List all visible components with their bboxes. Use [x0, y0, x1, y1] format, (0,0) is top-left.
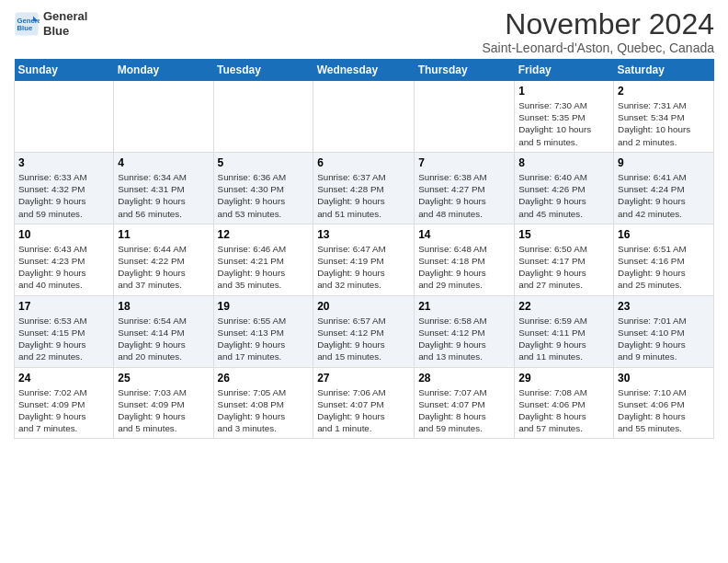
day-info: Sunrise: 6:50 AMSunset: 4:17 PMDaylight:… [518, 243, 609, 292]
day-info: Sunrise: 6:34 AMSunset: 4:31 PMDaylight:… [118, 171, 209, 220]
calendar-cell: 4Sunrise: 6:34 AMSunset: 4:31 PMDaylight… [114, 152, 213, 224]
calendar-week-row: 17Sunrise: 6:53 AMSunset: 4:15 PMDayligh… [15, 295, 714, 367]
subtitle: Saint-Leonard-d'Aston, Quebec, Canada [482, 40, 714, 55]
calendar-cell: 24Sunrise: 7:02 AMSunset: 4:09 PMDayligh… [15, 367, 114, 439]
calendar-week-row: 10Sunrise: 6:43 AMSunset: 4:23 PMDayligh… [15, 224, 714, 295]
day-number: 12 [218, 228, 310, 241]
day-number: 8 [518, 156, 609, 169]
day-info: Sunrise: 6:43 AMSunset: 4:23 PMDaylight:… [18, 243, 109, 292]
calendar-cell: 28Sunrise: 7:07 AMSunset: 4:07 PMDayligh… [415, 367, 515, 439]
day-number: 23 [618, 300, 710, 313]
day-info: Sunrise: 7:03 AMSunset: 4:09 PMDaylight:… [118, 386, 209, 435]
calendar-week-row: 3Sunrise: 6:33 AMSunset: 4:32 PMDaylight… [15, 152, 714, 224]
calendar-cell [415, 81, 515, 152]
svg-text:Blue: Blue [17, 24, 33, 32]
day-number: 14 [418, 228, 510, 241]
calendar-cell: 27Sunrise: 7:06 AMSunset: 4:07 PMDayligh… [313, 367, 415, 439]
day-info: Sunrise: 6:51 AMSunset: 4:16 PMDaylight:… [618, 243, 710, 292]
calendar-cell: 11Sunrise: 6:44 AMSunset: 4:22 PMDayligh… [114, 224, 213, 295]
calendar-cell: 10Sunrise: 6:43 AMSunset: 4:23 PMDayligh… [15, 224, 114, 295]
day-info: Sunrise: 7:02 AMSunset: 4:09 PMDaylight:… [18, 386, 109, 435]
day-info: Sunrise: 6:57 AMSunset: 4:12 PMDaylight:… [317, 315, 410, 363]
weekday-header: Monday [114, 59, 213, 81]
calendar-cell: 17Sunrise: 6:53 AMSunset: 4:15 PMDayligh… [15, 295, 114, 367]
calendar-cell: 5Sunrise: 6:36 AMSunset: 4:30 PMDaylight… [213, 152, 313, 224]
day-number: 27 [317, 372, 410, 385]
day-number: 21 [418, 300, 510, 313]
calendar-cell: 7Sunrise: 6:38 AMSunset: 4:27 PMDaylight… [415, 152, 515, 224]
day-info: Sunrise: 6:59 AMSunset: 4:11 PMDaylight:… [518, 315, 609, 363]
day-info: Sunrise: 6:40 AMSunset: 4:26 PMDaylight:… [518, 171, 609, 220]
calendar-header-row: SundayMondayTuesdayWednesdayThursdayFrid… [15, 59, 714, 81]
calendar-cell: 6Sunrise: 6:37 AMSunset: 4:28 PMDaylight… [313, 152, 415, 224]
logo: General Blue General Blue [14, 9, 87, 38]
day-number: 15 [518, 228, 609, 241]
weekday-header: Saturday [614, 59, 714, 81]
calendar-cell: 1Sunrise: 7:30 AMSunset: 5:35 PMDaylight… [515, 81, 614, 152]
calendar-cell [213, 81, 313, 152]
calendar-cell: 15Sunrise: 6:50 AMSunset: 4:17 PMDayligh… [515, 224, 614, 295]
day-info: Sunrise: 7:08 AMSunset: 4:06 PMDaylight:… [518, 386, 609, 435]
calendar-cell: 14Sunrise: 6:48 AMSunset: 4:18 PMDayligh… [415, 224, 515, 295]
day-info: Sunrise: 7:05 AMSunset: 4:08 PMDaylight:… [218, 386, 310, 435]
calendar-cell: 2Sunrise: 7:31 AMSunset: 5:34 PMDaylight… [614, 81, 714, 152]
day-number: 6 [317, 156, 410, 169]
month-title: November 2024 [482, 9, 714, 39]
day-info: Sunrise: 6:46 AMSunset: 4:21 PMDaylight:… [218, 243, 310, 292]
calendar-body: 1Sunrise: 7:30 AMSunset: 5:35 PMDaylight… [15, 81, 714, 439]
calendar-cell: 12Sunrise: 6:46 AMSunset: 4:21 PMDayligh… [213, 224, 313, 295]
day-info: Sunrise: 6:38 AMSunset: 4:27 PMDaylight:… [418, 171, 510, 220]
calendar-cell: 13Sunrise: 6:47 AMSunset: 4:19 PMDayligh… [313, 224, 415, 295]
calendar-table: SundayMondayTuesdayWednesdayThursdayFrid… [14, 59, 714, 439]
calendar-cell: 20Sunrise: 6:57 AMSunset: 4:12 PMDayligh… [313, 295, 415, 367]
day-number: 29 [518, 372, 609, 385]
calendar-week-row: 24Sunrise: 7:02 AMSunset: 4:09 PMDayligh… [15, 367, 714, 439]
day-info: Sunrise: 6:53 AMSunset: 4:15 PMDaylight:… [18, 315, 109, 363]
day-info: Sunrise: 7:30 AMSunset: 5:35 PMDaylight:… [518, 99, 609, 148]
day-number: 20 [317, 300, 410, 313]
day-info: Sunrise: 6:41 AMSunset: 4:24 PMDaylight:… [618, 171, 710, 220]
day-number: 22 [518, 300, 609, 313]
calendar-cell: 19Sunrise: 6:55 AMSunset: 4:13 PMDayligh… [213, 295, 313, 367]
day-info: Sunrise: 7:01 AMSunset: 4:10 PMDaylight:… [618, 315, 710, 363]
day-number: 2 [618, 85, 710, 98]
day-number: 1 [518, 85, 609, 98]
day-info: Sunrise: 6:47 AMSunset: 4:19 PMDaylight:… [317, 243, 410, 292]
calendar-cell: 22Sunrise: 6:59 AMSunset: 4:11 PMDayligh… [515, 295, 614, 367]
header: General Blue General Blue November 2024 … [14, 9, 714, 55]
day-info: Sunrise: 6:37 AMSunset: 4:28 PMDaylight:… [317, 171, 410, 220]
day-number: 30 [618, 372, 710, 385]
day-number: 10 [18, 228, 109, 241]
day-number: 18 [118, 300, 209, 313]
day-info: Sunrise: 6:48 AMSunset: 4:18 PMDaylight:… [418, 243, 510, 292]
title-area: November 2024 Saint-Leonard-d'Aston, Que… [482, 9, 714, 55]
weekday-header: Friday [515, 59, 614, 81]
calendar-cell: 29Sunrise: 7:08 AMSunset: 4:06 PMDayligh… [515, 367, 614, 439]
calendar-cell: 8Sunrise: 6:40 AMSunset: 4:26 PMDaylight… [515, 152, 614, 224]
calendar-cell: 21Sunrise: 6:58 AMSunset: 4:12 PMDayligh… [415, 295, 515, 367]
day-info: Sunrise: 7:07 AMSunset: 4:07 PMDaylight:… [418, 386, 510, 435]
day-number: 5 [218, 156, 310, 169]
day-number: 28 [418, 372, 510, 385]
calendar-cell: 30Sunrise: 7:10 AMSunset: 4:06 PMDayligh… [614, 367, 714, 439]
day-number: 9 [618, 156, 710, 169]
day-number: 24 [18, 372, 109, 385]
weekday-header: Sunday [15, 59, 114, 81]
calendar-week-row: 1Sunrise: 7:30 AMSunset: 5:35 PMDaylight… [15, 81, 714, 152]
day-info: Sunrise: 6:44 AMSunset: 4:22 PMDaylight:… [118, 243, 209, 292]
day-number: 4 [118, 156, 209, 169]
calendar-cell: 25Sunrise: 7:03 AMSunset: 4:09 PMDayligh… [114, 367, 213, 439]
calendar-cell: 26Sunrise: 7:05 AMSunset: 4:08 PMDayligh… [213, 367, 313, 439]
day-number: 25 [118, 372, 209, 385]
day-number: 11 [118, 228, 209, 241]
day-number: 26 [218, 372, 310, 385]
day-info: Sunrise: 7:31 AMSunset: 5:34 PMDaylight:… [618, 99, 710, 148]
calendar-cell [15, 81, 114, 152]
day-number: 17 [18, 300, 109, 313]
page-container: General Blue General Blue November 2024 … [0, 0, 728, 443]
day-info: Sunrise: 6:36 AMSunset: 4:30 PMDaylight:… [218, 171, 310, 220]
day-number: 16 [618, 228, 710, 241]
logo-text: General Blue [43, 9, 87, 38]
calendar-cell: 18Sunrise: 6:54 AMSunset: 4:14 PMDayligh… [114, 295, 213, 367]
weekday-header: Wednesday [313, 59, 415, 81]
